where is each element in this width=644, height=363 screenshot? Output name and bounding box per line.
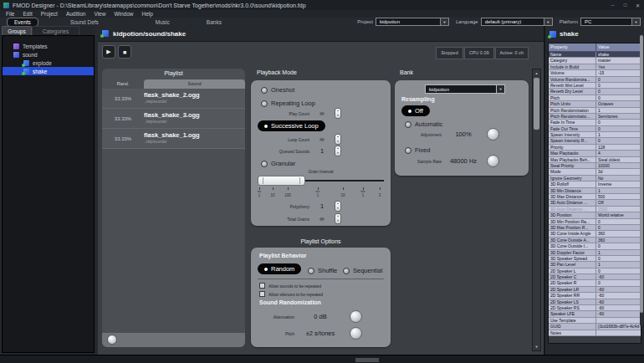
radio-repeating-loop[interactable]: Repeating Loop [261,100,315,107]
property-row[interactable]: 3D Speaker Spread 0 [549,256,641,262]
statusbar-grip[interactable] [355,358,379,362]
property-row[interactable]: 3D Max Position R... 0 [549,225,641,231]
property-row[interactable]: 2D Speaker LS -60 [549,299,641,305]
checkbox-icon[interactable] [259,283,265,289]
radio-granular[interactable]: Granular [261,160,295,167]
dropdown-arrow-icon[interactable]: ▼ [496,85,504,93]
menu-item[interactable]: Edit [18,11,36,17]
allow-sounds-repeated-checkbox-row[interactable]: Allow sounds to be repeated [259,283,321,289]
property-row[interactable]: 3D Max Distance 500 [549,194,641,200]
property-row[interactable]: Max Playbacks Beh... Steal oldest [549,157,641,163]
property-row[interactable]: 3D Pan Level 1 [549,262,641,268]
play-button[interactable]: ▶ [102,45,115,59]
menu-item[interactable]: Audition [62,11,90,17]
property-row[interactable]: 3D Min Distance 1 [549,188,641,194]
property-row[interactable]: Steal Priority 10000 [549,163,641,169]
main-tab[interactable]: Banks [200,18,228,26]
property-row[interactable]: 2D Speaker R 0 [549,280,641,286]
polyphony-stepper[interactable]: ▲▼ [335,201,341,212]
property-row[interactable]: 3D Position World relative [549,212,641,218]
tab-categories[interactable]: Categories [32,26,79,35]
property-row[interactable]: Category master [549,58,641,64]
tree-item-shake[interactable]: shake [3,67,94,75]
minimize-button[interactable]: – [606,1,619,10]
property-row[interactable]: Reverb Dry Level 0 [549,89,641,95]
playlist-row[interactable]: 33.33% flask_shake_3.ogg ../wip/sounds/ [102,109,245,129]
radio-successive-loop[interactable]: Successive Loop [258,120,325,131]
property-row[interactable]: 2D Speaker RR -60 [549,293,641,299]
property-row[interactable]: 3D Auto Distance ... 1500 [549,207,641,212]
grain-interval-slider[interactable] [258,176,384,186]
slider-grip-right[interactable] [299,177,300,184]
play-count-stepper[interactable]: ▲▼ [335,108,341,119]
property-row[interactable]: 2D Speaker L 0 [549,268,641,274]
property-row[interactable]: 3D Cone Outside A... 360 [549,238,641,243]
sample-rate-knob[interactable] [487,155,499,167]
property-row[interactable]: Pitch Units Octaves [549,101,641,107]
property-row[interactable]: Pitch Randomizatio... Semitones [549,114,641,120]
column-header-value[interactable]: Value [596,43,641,51]
stop-button[interactable]: ■ [118,45,131,59]
property-row[interactable]: 2D Speaker RS -60 [549,305,641,311]
slider-range-handle[interactable] [258,176,305,186]
scroll-down-icon[interactable]: ▼ [533,343,540,350]
adjustment-knob[interactable] [487,128,499,141]
attenuation-knob[interactable] [350,310,362,323]
playlist-volume-knob[interactable] [107,335,117,345]
column-header-sound[interactable]: Sound [144,79,245,89]
property-row[interactable]: 3D Cone Outside I... 0 [549,243,641,249]
property-row[interactable]: Spawn Intensity R... 0 [549,138,641,144]
property-row[interactable]: 3D Auto Distance ... Off [549,200,641,206]
dropdown-arrow-icon[interactable]: ▼ [544,18,552,25]
property-row[interactable]: Pitch Randomization 1 [549,108,641,114]
radio-resampling-off[interactable]: Off [401,105,430,116]
scroll-up-icon[interactable]: ▲ [533,69,540,77]
tree-item-explode[interactable]: explode [3,59,94,67]
platform-dropdown[interactable]: PC ▼ [580,18,641,26]
property-row[interactable]: Name shake [549,52,641,58]
bank-dropdown[interactable]: kidpotion ▼ [425,84,505,94]
radio-resampling-automatic[interactable]: Automatic [405,120,442,128]
dropdown-arrow-icon[interactable]: ▼ [631,18,640,25]
allow-silences-repeated-checkbox-row[interactable]: Allow silences to be repeated [259,291,323,297]
radio-behavior-random[interactable]: Random [258,263,301,274]
property-row[interactable]: Fade Out Time 0 [549,126,641,132]
property-row[interactable]: Reverb Wet Level 0 [549,83,641,89]
scrollbar-thumb[interactable] [534,78,539,130]
language-dropdown[interactable]: default (primary) ▼ [481,18,553,26]
slider-grip-left[interactable] [263,177,263,184]
pitch-knob[interactable] [350,327,362,340]
property-row[interactable]: Max Playbacks 4 [549,151,641,156]
property-row[interactable]: Fade In Time 0 [549,120,641,125]
menu-item[interactable]: View [89,11,110,17]
column-header-property[interactable]: Property [549,43,596,51]
menu-item[interactable]: Window [110,11,137,17]
menu-item[interactable]: Help [138,11,157,17]
property-row[interactable]: Include in Build Yes [549,64,641,70]
property-row[interactable]: 3D Rolloff Inverse [549,182,641,187]
property-row[interactable]: 3D Min Position Ra... 0 [549,219,641,225]
property-row[interactable]: 3D Cone Inside Angle 360 [549,231,641,237]
tab-groups[interactable]: Groups [2,26,32,35]
total-grains-stepper[interactable]: ▲▼ [335,213,341,224]
property-row[interactable]: Volume -15 [549,70,641,76]
property-row[interactable]: Spawn Intensity 1 [549,132,641,138]
tree-item-sound[interactable]: sound [3,50,94,59]
property-row[interactable]: Priority 128 [549,145,641,151]
property-row[interactable]: GUID {3cd1683b-d87e-4c4d-... [549,324,641,330]
dropdown-arrow-icon[interactable]: ▼ [440,18,448,25]
maximize-button[interactable]: □ [619,1,631,10]
property-row[interactable]: Volume Randomiza... 0 [549,77,641,83]
tree-item-templates[interactable]: Templates [3,42,94,50]
property-row[interactable]: 2D Speaker LR -60 [549,287,641,293]
property-row[interactable]: 3D Doppler Factor 1 [549,250,641,256]
property-row[interactable]: Speaker LFE -60 [549,311,641,317]
column-header-rand[interactable]: Rand. [102,79,144,89]
playlist-row[interactable]: 33.33% flask_shake_2.ogg ../wip/sounds/ [102,89,245,109]
property-row[interactable]: Mode 3d [549,169,641,175]
queued-sounds-stepper[interactable]: ▲▼ [335,146,341,156]
main-tab[interactable]: Music [149,18,176,26]
property-row[interactable]: Notes [549,330,641,336]
scrollbar-thumb[interactable] [640,35,643,313]
menu-item[interactable]: Project [37,11,62,17]
